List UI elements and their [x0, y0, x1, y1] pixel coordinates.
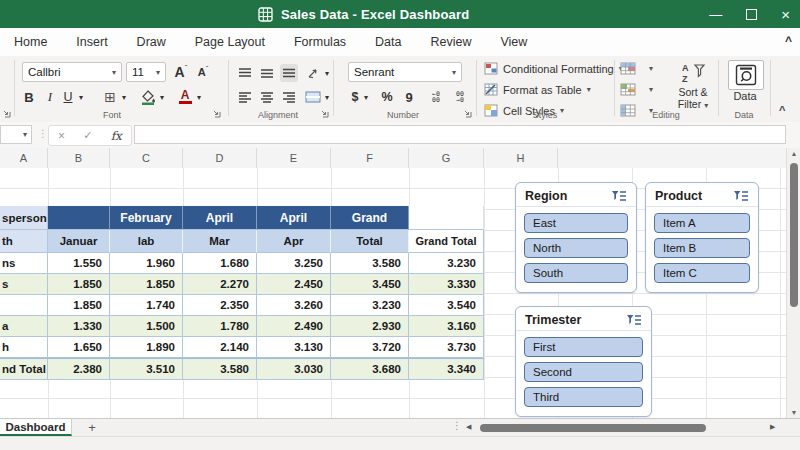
slicer-multiselect-icon[interactable] [733, 190, 749, 202]
bold-button[interactable]: B [20, 86, 38, 108]
formula-input[interactable] [134, 125, 786, 144]
pivot-cell[interactable]: 1.780 [183, 316, 257, 337]
pivot-cell[interactable]: 3.260 [257, 295, 331, 316]
column-header-b[interactable]: B [48, 148, 110, 168]
pivot-cell[interactable]: 3.730 [409, 337, 484, 358]
decrease-font-size-button[interactable]: Aˆ [194, 62, 212, 82]
slicer-item-item-c[interactable]: Item C [654, 263, 750, 283]
clipboard-dialog-launcher-icon[interactable] [2, 109, 11, 118]
font-size-combo[interactable]: 11▾ [126, 62, 166, 82]
slicer-region[interactable]: RegionEastNorthSouth [515, 182, 637, 293]
pivot-corner-top[interactable]: sperson [0, 206, 48, 230]
cancel-formula-icon[interactable]: × [58, 129, 65, 143]
vertical-scrollbar[interactable]: ▲ ▼ [786, 148, 800, 418]
column-header-c[interactable]: C [110, 148, 183, 168]
pivot-cell[interactable]: 2.380 [48, 358, 110, 380]
number-dialog-launcher-icon[interactable] [463, 109, 472, 118]
slicer-item-item-a[interactable]: Item A [654, 213, 750, 233]
pivot-cell[interactable]: 3.720 [331, 337, 409, 358]
slicer-item-east[interactable]: East [524, 213, 628, 233]
align-center-icon[interactable] [258, 88, 276, 106]
align-right-icon[interactable] [280, 88, 298, 106]
pivot-cell[interactable]: 2.270 [183, 274, 257, 295]
pivot-cell[interactable]: 3.230 [409, 253, 484, 274]
orientation-icon[interactable] [304, 64, 322, 82]
pivot-grand-total-header[interactable]: Grand Total [409, 230, 484, 253]
pivot-row-label[interactable]: s [0, 274, 48, 295]
orientation-chevron-icon[interactable]: ▾ [322, 64, 332, 82]
pivot-row-label[interactable]: a [0, 316, 48, 337]
column-header-d[interactable]: D [183, 148, 257, 168]
pivot-header-top[interactable]: February [110, 206, 183, 230]
pivot-header-top[interactable]: April [257, 206, 331, 230]
sort-filter-button[interactable]: Sort & Filter ▾ [662, 86, 724, 112]
pivot-cell[interactable]: 2.350 [183, 295, 257, 316]
slicer-item-second[interactable]: Second [524, 362, 643, 382]
font-name-combo[interactable]: Callbri▾ [22, 62, 122, 82]
delete-cells-button[interactable]: ▾ [620, 83, 653, 96]
ribbon-tab-page-layout[interactable]: Page Layout [193, 33, 267, 51]
pivot-header-top[interactable] [48, 206, 110, 230]
align-middle-icon[interactable] [258, 64, 276, 82]
slicer-item-first[interactable]: First [524, 337, 643, 357]
decrease-decimal-button[interactable]: 00→0 [450, 88, 470, 106]
pivot-header-bottom[interactable]: Mar [183, 230, 257, 253]
pivot-cell[interactable]: 3.450 [331, 274, 409, 295]
pivot-corner-bottom[interactable]: th [0, 230, 48, 253]
scroll-left-icon[interactable]: ◀ [466, 423, 471, 431]
pivot-cell[interactable]: 2.930 [331, 316, 409, 337]
sheet-tab-dashboard[interactable]: Dashboard [0, 419, 72, 436]
pivot-row-label[interactable]: h [0, 337, 48, 358]
alignment-dialog-launcher-icon[interactable] [320, 109, 329, 118]
pivot-header-bottom[interactable]: Apr [257, 230, 331, 253]
add-sheet-button[interactable]: + [84, 419, 100, 436]
merge-chevron-icon[interactable]: ▾ [322, 88, 332, 106]
name-box-splitter[interactable]: ⋮ [38, 128, 48, 139]
borders-icon[interactable]: ⊞ [100, 86, 120, 108]
font-color-icon[interactable]: A [176, 86, 194, 108]
font-color-chevron-icon[interactable]: ▾ [194, 86, 204, 108]
pivot-row-label[interactable]: ns [0, 253, 48, 274]
scroll-right-icon[interactable]: ▶ [770, 423, 775, 431]
comma-style-button[interactable]: 9 [402, 88, 416, 106]
align-top-icon[interactable] [236, 64, 254, 82]
pivot-cell[interactable]: 1.850 [110, 274, 183, 295]
pivot-cell[interactable]: 3.510 [110, 358, 183, 380]
pivot-cell[interactable]: 3.680 [331, 358, 409, 380]
column-header-g[interactable]: G [409, 148, 484, 168]
number-format-combo[interactable]: Senrant▾ [348, 62, 462, 82]
pivot-cell[interactable]: 3.330 [409, 274, 484, 295]
increase-font-size-button[interactable]: Aˆ [170, 62, 192, 82]
pivot-cell[interactable]: 3.130 [257, 337, 331, 358]
slicer-multiselect-icon[interactable] [626, 314, 642, 326]
italic-button[interactable]: I [42, 86, 58, 108]
pivot-cell[interactable]: 2.140 [183, 337, 257, 358]
pivot-header-top[interactable]: April [183, 206, 257, 230]
minimize-button[interactable]: — [709, 8, 722, 21]
font-dialog-launcher-icon[interactable] [212, 109, 221, 118]
pivot-cell[interactable]: 1.330 [48, 316, 110, 337]
pivot-cell[interactable]: 1.680 [183, 253, 257, 274]
slicer-multiselect-icon[interactable] [611, 190, 627, 202]
column-header-h[interactable]: H [484, 148, 558, 168]
percent-style-button[interactable]: % [378, 88, 396, 106]
ribbon-options-chevron-icon[interactable]: ^ [785, 34, 792, 48]
pivot-cell[interactable]: 3.160 [409, 316, 484, 337]
pivot-cell[interactable]: 1.890 [110, 337, 183, 358]
pivot-empty-cell[interactable] [409, 206, 484, 230]
underline-chevron-icon[interactable]: ▾ [76, 86, 86, 108]
align-bottom-icon[interactable] [280, 64, 298, 82]
slicer-item-third[interactable]: Third [524, 387, 643, 407]
pivot-row-label[interactable] [0, 295, 48, 316]
sort-filter-icon[interactable]: AZ [680, 61, 706, 85]
slicer-item-south[interactable]: South [524, 263, 628, 283]
fill-color-chevron-icon[interactable]: ▾ [157, 86, 167, 108]
ribbon-tab-view[interactable]: View [498, 33, 529, 51]
close-button[interactable]: × [781, 7, 790, 22]
column-header-a[interactable]: A [0, 148, 48, 168]
tab-scroll-splitter[interactable]: ⋮ [452, 420, 462, 431]
pivot-cell[interactable]: 1.850 [48, 295, 110, 316]
fill-color-icon[interactable] [138, 86, 158, 108]
pivot-cell[interactable]: 1.960 [110, 253, 183, 274]
maximize-button[interactable] [746, 9, 757, 20]
